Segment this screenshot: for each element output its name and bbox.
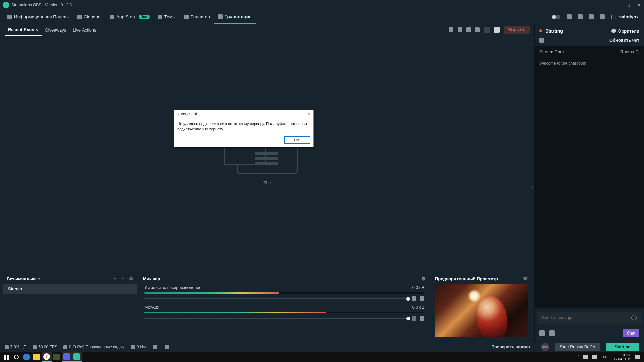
taskbar-search[interactable] — [11, 352, 21, 362]
info-icon[interactable] — [165, 345, 169, 349]
minimize-button[interactable]: — — [615, 3, 619, 7]
discord-icon — [63, 353, 70, 360]
chat-users-icon[interactable] — [549, 330, 555, 336]
chat-header-title: Stream Chat — [539, 49, 564, 54]
speaker-muted-icon[interactable] — [412, 316, 416, 321]
shield-icon[interactable] — [578, 14, 583, 19]
chat-settings-icon[interactable] — [539, 330, 545, 336]
emoji-icon[interactable] — [631, 315, 637, 320]
source-gear-icon[interactable] — [420, 316, 424, 321]
copy-icon[interactable] — [449, 27, 453, 32]
rooms-dropdown[interactable]: Rooms⇅ — [620, 49, 639, 54]
add-scene-button[interactable]: + — [113, 276, 117, 281]
empty-text: The — [263, 180, 271, 185]
tray-time: 16:36 — [613, 353, 631, 357]
chat-pane: Starting 0 зрители Обновить чат Stream C… — [534, 24, 644, 342]
nav-dashboard[interactable]: Информационная Панель — [3, 10, 73, 24]
chat-messages: Welcome to the chat room! — [535, 58, 644, 308]
refresh-chat-button[interactable]: Обновить чат — [609, 38, 639, 43]
dropped-frames: 0 (0.0%) Пропущенные кадры — [63, 345, 125, 349]
user-menu[interactable]: [→salntlynx — [611, 14, 639, 19]
nav-dashboard-label: Информационная Панель — [14, 14, 69, 19]
help-icon[interactable] — [589, 14, 594, 19]
nav-appstore[interactable]: App StoreNew — [106, 10, 154, 24]
pause-icon[interactable] — [466, 27, 471, 32]
chevron-down-icon: ⇅ — [636, 49, 639, 54]
nav-editor-label: Редактор — [191, 14, 210, 19]
start-button[interactable] — [1, 352, 11, 362]
dialog-close-button[interactable]: ✕ — [307, 111, 311, 117]
app-logo-icon — [3, 2, 9, 8]
live-dot-icon — [539, 29, 542, 32]
mixer-settings-button[interactable]: ⚙ — [421, 276, 426, 281]
taskbar-yandex[interactable]: Y — [42, 352, 52, 362]
cpu-usage: 7.0% ЦП — [5, 345, 26, 349]
tray-clock[interactable]: 16:3605.04.2019 — [613, 353, 631, 361]
volume-icon[interactable] — [475, 27, 480, 32]
chat-welcome-message: Welcome to the chat room! — [539, 61, 639, 66]
tray-chevron-icon[interactable]: ˄ — [577, 355, 579, 359]
cloud-status-icon[interactable] — [153, 345, 157, 349]
chat-input[interactable] — [542, 315, 631, 320]
bars-icon[interactable] — [567, 14, 572, 19]
nav-themes-label: Темы — [164, 14, 176, 19]
list-view-button[interactable] — [494, 27, 500, 33]
nav-cloudbot[interactable]: Cloudbot — [73, 10, 106, 24]
filter-icon[interactable] — [458, 27, 462, 32]
tray-network-icon[interactable] — [583, 355, 588, 359]
bag-icon — [110, 15, 114, 19]
replay-buffer-button[interactable]: Start Replay Buffer — [555, 343, 600, 351]
night-mode-toggle[interactable] — [552, 15, 560, 19]
dialog-title: slobs-client — [177, 112, 197, 116]
grid-view-button[interactable] — [484, 27, 490, 33]
source-gear-icon[interactable] — [420, 296, 424, 301]
record-button[interactable]: REC — [541, 343, 549, 351]
taskbar-explorer[interactable] — [32, 352, 42, 362]
maximize-button[interactable]: ▢ — [626, 3, 630, 7]
events-empty-state: The — [0, 36, 534, 273]
tab-giveaways[interactable]: Giveaways — [42, 24, 70, 36]
clock-icon — [131, 345, 135, 349]
go-live-button[interactable]: Starting — [606, 343, 639, 351]
volume-slider[interactable] — [144, 298, 408, 299]
tab-live-actions[interactable]: Live Actions — [69, 24, 99, 36]
edge-icon — [23, 354, 30, 360]
login-icon: [→ — [611, 14, 617, 19]
gear-icon[interactable] — [600, 14, 605, 19]
taskbar-edge[interactable] — [21, 352, 32, 362]
new-badge: New — [139, 15, 150, 19]
error-dialog: slobs-client✕ Не удалось подключиться к … — [174, 110, 314, 147]
close-button[interactable]: ✕ — [637, 3, 641, 7]
mixer-source-name: Устройство воспроизведения — [144, 285, 201, 290]
scene-settings-button[interactable]: ⚙ — [129, 276, 133, 281]
scene-item[interactable]: Stream — [3, 284, 137, 294]
preview-panel: Предварительный Просмотр 👁 — [432, 273, 531, 340]
folder-icon — [33, 354, 40, 360]
tray-volume-icon[interactable] — [592, 355, 597, 359]
remove-scene-button[interactable]: − — [121, 276, 125, 281]
speaker-icon[interactable] — [412, 296, 416, 301]
edit-icon[interactable] — [539, 38, 544, 43]
yandex-icon: Y — [43, 353, 50, 360]
tray-language[interactable]: ENG — [601, 355, 609, 359]
nav-live[interactable]: Трансляция — [214, 10, 256, 24]
mixer-db-value: 0.0 dB — [412, 285, 424, 290]
nav-editor[interactable]: Редактор — [180, 10, 214, 24]
audio-meter — [144, 312, 424, 313]
taskbar-slobs[interactable] — [72, 352, 82, 362]
nav-themes[interactable]: Темы — [154, 10, 180, 24]
app-icon — [53, 354, 60, 360]
chat-send-button[interactable]: Chat — [623, 329, 639, 337]
scene-collection-dropdown[interactable]: Безымянный▾ — [7, 276, 40, 281]
tab-recent-events[interactable]: Recent Events — [5, 24, 42, 36]
skip-alert-button[interactable]: Skip Alert — [504, 26, 530, 34]
tray-notifications-icon[interactable] — [635, 355, 640, 359]
volume-slider[interactable] — [144, 318, 408, 319]
eye-icon[interactable]: 👁 — [523, 276, 528, 281]
taskbar-app1[interactable] — [52, 352, 62, 362]
taskbar-discord[interactable] — [62, 352, 72, 362]
check-widget-button[interactable]: Проверить виджет — [487, 343, 535, 351]
windows-taskbar: Y ˄ ENG 16:3605.04.2019 — [0, 352, 644, 362]
collapse-chat-handle[interactable]: › — [530, 181, 534, 193]
dialog-ok-button[interactable]: OK — [284, 136, 310, 144]
